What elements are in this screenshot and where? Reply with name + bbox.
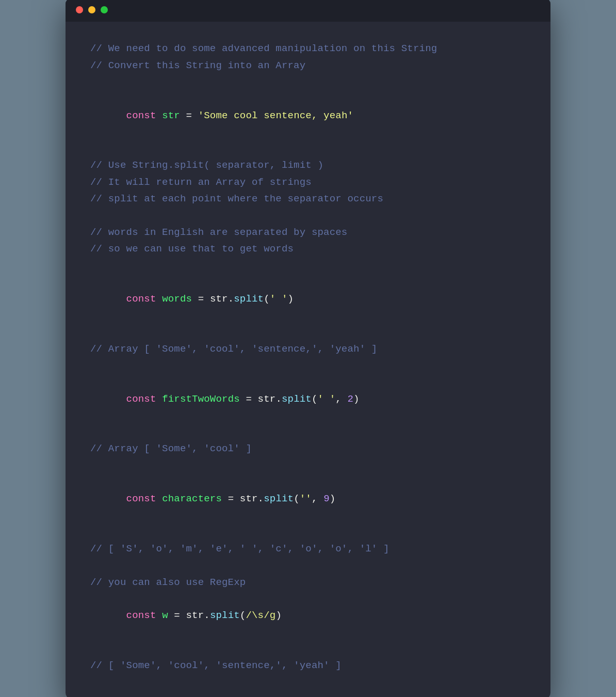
string-val: 'Some cool sentence, yeah'	[198, 110, 353, 121]
code-editor: // We need to do some advanced manipulat…	[66, 22, 550, 697]
code-line-blank-8	[90, 457, 526, 474]
maximize-button[interactable]	[101, 6, 108, 13]
titlebar	[66, 0, 550, 22]
code-line-blank-5	[90, 324, 526, 340]
minimize-button[interactable]	[88, 6, 95, 13]
code-line-blank-7	[90, 424, 526, 440]
code-line-blank-2	[90, 140, 526, 157]
code-line-28: // [ 'Some', 'cool', 'sentence,', 'yeah'…	[90, 657, 526, 674]
code-line-26: const w = str.split(/\s/g)	[90, 591, 526, 641]
code-line-1: // We need to do some advanced manipulat…	[90, 40, 526, 57]
close-button[interactable]	[76, 6, 83, 13]
code-line-blank-1	[90, 74, 526, 90]
code-line-21: const characters = str.split('', 9)	[90, 474, 526, 524]
code-line-19: // Array [ 'Some', 'cool' ]	[90, 440, 526, 457]
code-line-10: // words in English are separated by spa…	[90, 224, 526, 241]
code-line-11: // so we can use that to get words	[90, 241, 526, 257]
code-line-blank-9	[90, 524, 526, 541]
code-line-blank-10	[90, 558, 526, 574]
code-line-17: const firstTwoWords = str.split(' ', 2)	[90, 374, 526, 424]
code-line-blank-11	[90, 641, 526, 657]
code-line-blank-3	[90, 207, 526, 224]
code-line-25: // you can also use RegExp	[90, 574, 526, 591]
code-line-23: // [ 'S', 'o', 'm', 'e', ' ', 'c', 'o', …	[90, 541, 526, 557]
code-line-8: // split at each point where the separat…	[90, 191, 526, 207]
code-line-13: const words = str.split(' ')	[90, 274, 526, 324]
var-str: str	[162, 110, 180, 121]
code-line-4: const str = 'Some cool sentence, yeah'	[90, 90, 526, 140]
code-window: // We need to do some advanced manipulat…	[66, 0, 550, 697]
code-line-blank-4	[90, 257, 526, 274]
code-line-6: // Use String.split( separator, limit )	[90, 157, 526, 173]
code-line-15: // Array [ 'Some', 'cool', 'sentence,', …	[90, 341, 526, 357]
code-line-2: // Convert this String into an Array	[90, 57, 526, 74]
keyword-const: const	[126, 110, 156, 121]
code-line-blank-6	[90, 357, 526, 374]
code-line-7: // It will return an Array of strings	[90, 174, 526, 191]
